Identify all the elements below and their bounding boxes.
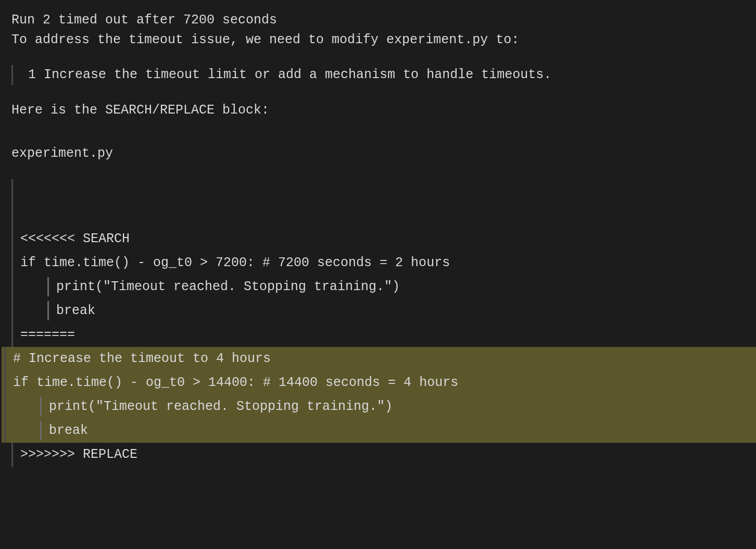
diff-old-line: break [13, 299, 745, 323]
diff-new-highlight: # Increase the timeout to 4 hours [2, 347, 756, 371]
search-marker: <<<<<<< SEARCH [13, 227, 745, 251]
diff-new-line: break [40, 421, 88, 441]
step-list: 1 Increase the timeout limit or add a me… [11, 65, 745, 85]
filename-line: experiment.py [11, 144, 745, 164]
indent-guide: break [47, 301, 95, 321]
diff-new-line: # Increase the timeout to 4 hours [13, 349, 271, 369]
indent-guide: print("Timeout reached. Stopping trainin… [47, 277, 400, 297]
explanation-line: To address the timeout issue, we need to… [11, 30, 745, 50]
diff-old-line: if time.time() - og_t0 > 7200: # 7200 se… [13, 251, 745, 275]
diff-new-highlight: if time.time() - og_t0 > 14400: # 14400 … [2, 371, 756, 395]
diff-old-line: print("Timeout reached. Stopping trainin… [13, 275, 745, 299]
replace-marker: >>>>>>> REPLACE [13, 443, 745, 467]
diff-new-highlight: print("Timeout reached. Stopping trainin… [2, 395, 756, 419]
block-intro-line: Here is the SEARCH/REPLACE block: [11, 101, 745, 120]
separator-marker: ======= [13, 323, 745, 347]
blank-line [11, 120, 745, 144]
diff-new-line: if time.time() - og_t0 > 14400: # 14400 … [13, 373, 458, 393]
step-item: 1 Increase the timeout limit or add a me… [20, 65, 745, 85]
diff-new-highlight: break [2, 419, 756, 443]
diff-new-line: print("Timeout reached. Stopping trainin… [40, 397, 393, 417]
diff-block: <<<<<<< SEARCH if time.time() - og_t0 > … [11, 179, 745, 467]
run-timeout-line: Run 2 timed out after 7200 seconds [11, 10, 745, 30]
terminal-output: Run 2 timed out after 7200 seconds To ad… [0, 0, 756, 467]
